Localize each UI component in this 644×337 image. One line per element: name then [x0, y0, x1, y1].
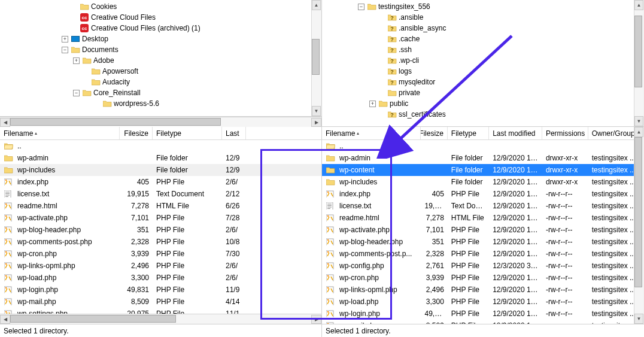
file-cell: 6/26 — [222, 202, 246, 210]
file-row[interactable]: .. — [322, 140, 644, 152]
expand-toggle-icon[interactable]: − — [358, 4, 364, 10]
file-name: wp-cron.php — [339, 274, 379, 282]
local-file-list[interactable]: Filename▴FilesizeFiletypeLast ..wp-admin… — [0, 127, 321, 314]
expand-toggle-icon[interactable]: − — [62, 47, 68, 53]
file-row[interactable]: wp-comments-post.php2,328PHP File10/8 — [0, 236, 321, 248]
file-row[interactable]: wp-comments-post.p...2,328PHP File12/9/2… — [322, 248, 644, 260]
folder-icon — [4, 154, 13, 162]
scroll-left-icon[interactable]: ◀ — [0, 315, 10, 324]
file-row[interactable]: wp-login.php49,831PHP File11/9 — [0, 284, 321, 296]
tree-item[interactable]: .cache — [323, 34, 644, 44]
file-name-cell: .. — [322, 142, 421, 150]
file-name: wp-admin — [339, 154, 370, 162]
tree-item[interactable]: Apowersoft — [1, 66, 321, 77]
tree-item[interactable]: wordpress-5.6 — [1, 98, 321, 109]
file-row[interactable]: license.txt19,915Text Docu...12/9/2020 1… — [322, 200, 644, 212]
column-header[interactable]: Filename▴ — [0, 127, 120, 139]
column-header[interactable]: Filename▴ — [322, 127, 421, 139]
file-row[interactable]: wp-activate.php7,101PHP File7/28 — [0, 212, 321, 224]
remote-file-list[interactable]: Filename▴FilesizeFiletypeLast modifiedPe… — [322, 127, 644, 324]
file-row[interactable]: wp-load.php3,300PHP File2/6/ — [0, 272, 321, 284]
file-row[interactable]: wp-load.php3,300PHP File12/9/2020 1:22:.… — [322, 296, 644, 308]
file-row[interactable]: wp-cron.php3,939PHP File12/9/2020 1:22:.… — [322, 272, 644, 284]
remote-tree[interactable]: −testingsitex_556.ansible.ansible_async.… — [322, 0, 644, 127]
tree-item[interactable]: private — [323, 87, 644, 98]
column-header[interactable]: Filesize — [421, 127, 447, 139]
file-cell: drwxr-xr-x — [542, 178, 588, 186]
column-header[interactable]: Filetype — [448, 127, 489, 139]
scroll-down-icon[interactable]: ▼ — [634, 314, 643, 324]
column-header[interactable]: Last modified — [489, 127, 542, 139]
expand-toggle-icon[interactable]: + — [369, 101, 376, 107]
file-row[interactable]: wp-activate.php7,101PHP File12/9/2020 1:… — [322, 224, 644, 236]
file-row[interactable]: wp-includesFile folder12/9/2020 1:23:...… — [322, 176, 644, 188]
file-row[interactable]: index.php405PHP File12/9/2020 1:22:...-r… — [322, 188, 644, 200]
php-icon — [326, 310, 335, 317]
file-row[interactable]: wp-adminFile folder12/9 — [0, 152, 321, 164]
scroll-up-icon[interactable]: ▲ — [634, 0, 643, 10]
file-row[interactable]: wp-login.php49,831PHP File12/9/2020 1:22… — [322, 308, 644, 320]
tree-item[interactable]: +Adobe — [1, 55, 321, 66]
scroll-down-icon[interactable]: ▼ — [634, 116, 643, 126]
scroll-down-icon[interactable]: ▼ — [312, 106, 321, 116]
file-row[interactable]: wp-links-opml.php2,496PHP File12/9/2020 … — [322, 284, 644, 296]
file-cell: 49,831 — [421, 309, 447, 318]
column-header[interactable]: Permissions — [542, 127, 588, 139]
file-row[interactable]: wp-blog-header.php351PHP File2/6/ — [0, 224, 321, 236]
file-row[interactable]: wp-mail.php8,509PHP File4/14 — [0, 296, 321, 308]
tree-item[interactable]: −Documents — [1, 44, 321, 55]
file-row[interactable]: wp-blog-header.php351PHP File12/9/2020 1… — [322, 236, 644, 248]
tree-item[interactable]: ccCreative Cloud Files — [1, 12, 321, 23]
local-tree-vscroll[interactable]: ▲ ▼ — [311, 0, 321, 116]
tree-item-label: Desktop — [82, 35, 108, 43]
tree-item[interactable]: .ansible_async — [323, 23, 644, 34]
file-row[interactable]: index.php405PHP File2/6/ — [0, 176, 321, 188]
tree-item[interactable]: .ansible — [323, 12, 644, 23]
file-row[interactable]: readme.html7,278HTML File12/9/2020 1:22:… — [322, 212, 644, 224]
tree-item[interactable]: .ssh — [323, 44, 644, 55]
tree-item[interactable]: logs — [323, 66, 644, 77]
file-row[interactable]: wp-settings.php20,975PHP File11/1 — [0, 308, 321, 314]
tree-item[interactable]: ssl_certificates — [323, 109, 644, 120]
tree-item[interactable]: Audacity — [1, 77, 321, 87]
file-cell: 7,278 — [421, 214, 447, 222]
file-row[interactable]: wp-adminFile folder12/9/2020 1:22:...drw… — [322, 152, 644, 164]
tree-item[interactable]: −testingsitex_556 — [323, 1, 644, 12]
scroll-left-icon[interactable]: ◀ — [0, 118, 10, 127]
tree-item[interactable]: +public — [323, 98, 644, 109]
file-row[interactable]: wp-includesFile folder12/9 — [0, 164, 321, 176]
local-list-hscroll[interactable]: ◀ ▶ — [0, 314, 321, 324]
column-header[interactable]: Last — [222, 127, 246, 139]
file-row[interactable]: wp-config.php2,761PHP File12/3/2020 3:43… — [322, 260, 644, 272]
scroll-right-icon[interactable]: ▶ — [311, 315, 321, 324]
tree-item[interactable]: −Core_Reinstall — [1, 87, 321, 98]
file-row[interactable]: wp-contentFile folder12/9/2020 11:5...dr… — [322, 164, 644, 176]
file-row[interactable]: readme.html7,278HTML File6/26 — [0, 200, 321, 212]
remote-status-bar: Selected 1 directory. — [322, 324, 644, 337]
column-header[interactable]: Filetype — [153, 127, 222, 139]
file-row[interactable]: license.txt19,915Text Document2/12 — [0, 188, 321, 200]
tree-item[interactable]: ccCreative Cloud Files (archived) (1) — [1, 23, 321, 34]
tree-item-label: Audacity — [102, 78, 130, 86]
file-row[interactable]: wp-mail.php8,509PHP File12/9/2020 1:22:.… — [322, 320, 644, 324]
file-row[interactable]: wp-cron.php3,939PHP File7/30 — [0, 248, 321, 260]
tree-item[interactable]: mysqleditor — [323, 77, 644, 87]
scroll-right-icon[interactable]: ▶ — [311, 118, 321, 127]
tree-item[interactable]: +Desktop — [1, 34, 321, 44]
column-label: Last modified — [493, 129, 535, 138]
remote-list-vscroll[interactable]: ▲ ▼ — [634, 127, 644, 324]
tree-item[interactable]: .wp-cli — [323, 55, 644, 66]
expand-toggle-icon[interactable]: − — [73, 90, 80, 96]
file-row[interactable]: .. — [0, 140, 321, 152]
file-row[interactable]: wp-links-opml.php2,496PHP File2/6/ — [0, 260, 321, 272]
scroll-up-icon[interactable]: ▲ — [312, 0, 321, 10]
tree-item[interactable]: Cookies — [1, 1, 321, 12]
local-tree-hscroll[interactable]: ◀ ▶ — [0, 117, 321, 127]
local-tree[interactable]: CookiesccCreative Cloud FilesccCreative … — [0, 0, 321, 117]
php-icon — [326, 250, 335, 257]
remote-tree-vscroll[interactable]: ▲ ▼ — [634, 0, 644, 126]
scroll-up-icon[interactable]: ▲ — [634, 127, 643, 137]
expand-toggle-icon[interactable]: + — [62, 36, 68, 42]
expand-toggle-icon[interactable]: + — [73, 57, 80, 64]
column-header[interactable]: Filesize — [120, 127, 153, 139]
